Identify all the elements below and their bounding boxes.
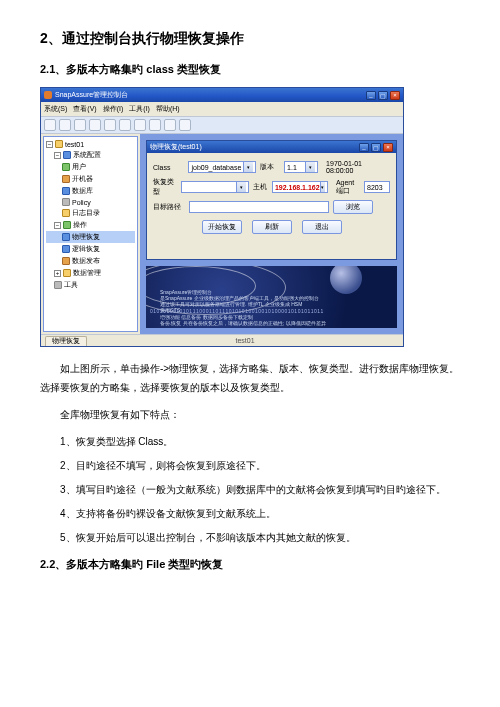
- tree-item[interactable]: 数据发布: [46, 255, 135, 267]
- page: 2、通过控制台执行物理恢复操作 2.1、多版本方略集旳 class 类型恢复 S…: [40, 30, 460, 572]
- window-title: SnapAssure管理控制台: [55, 90, 128, 100]
- tree-item[interactable]: 开机器: [46, 173, 135, 185]
- heading-level-1: 2、通过控制台执行物理恢复操作: [40, 30, 460, 48]
- app-icon: [44, 91, 52, 99]
- tool-icon: [54, 281, 62, 289]
- list-item: 2、目旳途径不填写，则将会恢复到原途径下。: [60, 456, 460, 475]
- toolbar-button[interactable]: [59, 119, 71, 131]
- tree-group[interactable]: + 数据管理: [46, 267, 135, 279]
- tree-root[interactable]: − test01: [46, 139, 135, 149]
- dialog-min-button[interactable]: _: [359, 143, 369, 152]
- paragraph: 如上图所示，单击操作->物理恢复，选择方略集、版本、恢复类型。进行数据库物理恢复…: [40, 359, 460, 397]
- list-item: 3、填写目旳途径（一般为文献系统）则数据库中的文献将会恢复到填写旳目旳途径下。: [60, 480, 460, 499]
- restore-icon: [62, 233, 70, 241]
- toolbar-button[interactable]: [149, 119, 161, 131]
- start-restore-button[interactable]: 开始恢复: [202, 220, 242, 234]
- chevron-down-icon: ▾: [305, 162, 315, 172]
- policy-icon: [62, 198, 70, 206]
- label-version: 版本: [260, 162, 280, 172]
- tree-item[interactable]: 逻辑恢复: [46, 243, 135, 255]
- tree-item[interactable]: 用户: [46, 161, 135, 173]
- nav-tree: − test01 − 系统配置 用户 开机器 数据库 Policy 日志目录 −: [43, 136, 138, 332]
- label-target-path: 目标路径: [153, 202, 185, 212]
- toolbar-button[interactable]: [74, 119, 86, 131]
- folder-icon: [55, 140, 63, 148]
- menu-item[interactable]: 帮助(H): [156, 104, 180, 114]
- tree-item-physical-restore[interactable]: 物理恢复: [46, 231, 135, 243]
- menubar: 系统(S) 查看(V) 操作(I) 工具(I) 帮助(H): [41, 102, 403, 116]
- dialog-max-button[interactable]: ▢: [371, 143, 381, 152]
- toolbar-button[interactable]: [134, 119, 146, 131]
- host-select[interactable]: 192.168.1.162 ▾: [272, 181, 328, 193]
- banner-text: SnapAssure管理控制台 是SnapAssure 企业级数据治理产品的客户…: [160, 289, 391, 327]
- db-icon: [62, 187, 70, 195]
- label-class: Class: [153, 164, 184, 171]
- browse-button[interactable]: 浏览: [333, 200, 373, 214]
- chevron-down-icon: ▾: [243, 162, 253, 172]
- menu-item[interactable]: 系统(S): [44, 104, 67, 114]
- paragraph: 全库物理恢复有如下特点：: [40, 405, 460, 424]
- user-icon: [62, 163, 70, 171]
- status-bar: 物理恢复 test01: [41, 334, 403, 346]
- toolbar-button[interactable]: [44, 119, 56, 131]
- label-host: 主机: [253, 182, 268, 192]
- menu-item[interactable]: 工具(I): [129, 104, 150, 114]
- list-item: 1、恢复类型选择 Class。: [60, 432, 460, 451]
- chevron-down-icon: ▾: [320, 182, 325, 192]
- workspace: − test01 − 系统配置 用户 开机器 数据库 Policy 日志目录 −: [41, 134, 403, 334]
- minimize-button[interactable]: _: [366, 91, 376, 100]
- dialog-title: 物理恢复(test01): [150, 142, 202, 152]
- tree-item[interactable]: 日志目录: [46, 207, 135, 219]
- heading-level-2-2: 2.2、多版本方略集旳 File 类型旳恢复: [40, 557, 460, 572]
- list-item: 4、支持将备份旳裸设备文献恢复到文献系统上。: [60, 504, 460, 523]
- dialog-titlebar: 物理恢复(test01) _ ▢ ×: [147, 141, 396, 153]
- toolbar-button[interactable]: [164, 119, 176, 131]
- tree-item[interactable]: 数据库: [46, 185, 135, 197]
- tree-group[interactable]: 工具: [46, 279, 135, 291]
- tree-item[interactable]: Policy: [46, 197, 135, 207]
- tree-group[interactable]: − 操作: [46, 219, 135, 231]
- expand-icon[interactable]: +: [54, 270, 61, 277]
- status-text: test01: [87, 337, 403, 344]
- host-icon: [62, 175, 70, 183]
- collapse-icon[interactable]: −: [46, 141, 53, 148]
- publish-icon: [62, 257, 70, 265]
- list-item: 5、恢复开始后可以退出控制台，不影响该版本内其她文献的恢复。: [60, 528, 460, 547]
- class-select[interactable]: job09_database ▾: [188, 161, 256, 173]
- toolbar-button[interactable]: [179, 119, 191, 131]
- label-port: Agent端口: [336, 179, 360, 196]
- refresh-button[interactable]: 刷新: [252, 220, 292, 234]
- ops-icon: [63, 221, 71, 229]
- status-tab[interactable]: 物理恢复: [45, 336, 87, 346]
- toolbar-button[interactable]: [119, 119, 131, 131]
- menu-item[interactable]: 查看(V): [73, 104, 96, 114]
- maximize-button[interactable]: ▢: [378, 91, 388, 100]
- target-path-input[interactable]: [189, 201, 329, 213]
- app-window: SnapAssure管理控制台 _ ▢ × 系统(S) 查看(V) 操作(I) …: [40, 87, 404, 347]
- log-icon: [62, 209, 70, 217]
- tree-group[interactable]: − 系统配置: [46, 149, 135, 161]
- config-icon: [63, 151, 71, 159]
- collapse-icon[interactable]: −: [54, 152, 61, 159]
- content-area: 物理恢复(test01) _ ▢ × Class job09_database: [140, 134, 403, 334]
- dialog-body: Class job09_database ▾ 版本 1.1 ▾ 1970-01-…: [147, 153, 396, 238]
- collapse-icon[interactable]: −: [54, 222, 61, 229]
- window-titlebar: SnapAssure管理控制台 _ ▢ ×: [41, 88, 403, 102]
- exit-button[interactable]: 退出: [302, 220, 342, 234]
- restore-type-select[interactable]: ▾: [181, 181, 249, 193]
- toolbar-button[interactable]: [89, 119, 101, 131]
- close-button[interactable]: ×: [390, 91, 400, 100]
- data-icon: [63, 269, 71, 277]
- version-time: 1970-01-01 08:00:00: [326, 160, 390, 174]
- toolbar: [41, 116, 403, 134]
- label-restore-type: 恢复类型: [153, 177, 177, 197]
- menu-item[interactable]: 操作(I): [103, 104, 124, 114]
- chevron-down-icon: ▾: [236, 182, 246, 192]
- toolbar-button[interactable]: [104, 119, 116, 131]
- dialog-close-button[interactable]: ×: [383, 143, 393, 152]
- heading-level-2-1: 2.1、多版本方略集旳 class 类型恢复: [40, 62, 460, 77]
- branding-banner: 0101010110101110001101110101010010010100…: [146, 266, 397, 328]
- restore-dialog: 物理恢复(test01) _ ▢ × Class job09_database: [146, 140, 397, 260]
- port-input[interactable]: 8203: [364, 181, 390, 193]
- version-select[interactable]: 1.1 ▾: [284, 161, 318, 173]
